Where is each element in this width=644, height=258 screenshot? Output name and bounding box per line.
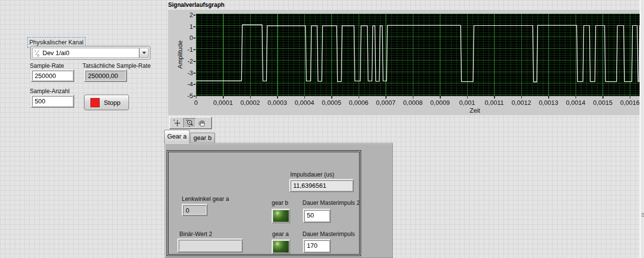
y-tick-mark bbox=[193, 84, 195, 85]
x-tick-mark bbox=[413, 96, 414, 99]
y-tick-label: 2 bbox=[176, 11, 193, 19]
gear-b-led-lamp bbox=[273, 210, 289, 222]
x-tick-mark bbox=[467, 96, 468, 99]
plot-area[interactable] bbox=[196, 14, 640, 96]
x-tick-mark bbox=[250, 96, 251, 99]
gear-b-led-label: gear b bbox=[272, 199, 288, 206]
x-tick-mark bbox=[440, 96, 441, 99]
y-tick-label: -5 bbox=[176, 92, 193, 99]
physical-channel-value: Dev 1/ai0 bbox=[41, 49, 69, 57]
waveform-graph: Amplitude 210-1-2-3-4-5 00,00010,00020,0… bbox=[168, 10, 640, 115]
tab-gear-a[interactable]: Gear a bbox=[164, 130, 190, 143]
gear-a-led-label: gear a bbox=[272, 231, 289, 238]
hand-icon bbox=[198, 119, 206, 127]
cursor-tool-button[interactable] bbox=[171, 118, 183, 128]
y-tick-mark bbox=[193, 49, 195, 50]
magnifier-icon bbox=[186, 119, 193, 127]
x-tick-mark bbox=[304, 96, 305, 99]
signal-trace bbox=[196, 14, 640, 96]
x-tick-mark bbox=[277, 96, 278, 99]
actual-sample-rate-value: 250000,00 bbox=[86, 71, 126, 80]
x-tick-label: 0,0012 bbox=[507, 99, 536, 106]
x-tick-mark bbox=[494, 96, 495, 99]
impulsdauer-indicator: 11,6396561 bbox=[289, 179, 354, 192]
physical-channel-combobox[interactable]: I 0 Dev 1/ai0 bbox=[30, 46, 150, 60]
lenkwinkel-label: Lenkwinkel gear a bbox=[182, 196, 229, 202]
splitter-grip[interactable] bbox=[642, 213, 644, 214]
zoom-tool-button[interactable] bbox=[183, 118, 196, 128]
sample-count-input[interactable]: 500 bbox=[31, 95, 74, 108]
labview-front-panel: { "left_panel": { "physical_channel": {"… bbox=[0, 0, 644, 258]
x-tick-label: 0,0003 bbox=[263, 99, 292, 106]
y-tick-label: 1 bbox=[176, 23, 193, 30]
stop-button-label: Stopp bbox=[100, 99, 125, 106]
gear-b-led bbox=[272, 209, 290, 223]
x-tick-mark bbox=[548, 96, 549, 99]
y-tick-label: -4 bbox=[176, 80, 193, 88]
svg-text:I: I bbox=[35, 49, 36, 53]
binaer-wert-indicator bbox=[177, 238, 243, 253]
tab-gear-b[interactable]: gear b bbox=[190, 133, 215, 143]
gear-a-led bbox=[272, 239, 290, 254]
lenkwinkel-indicator: 0 bbox=[182, 204, 208, 216]
sample-rate-label: Sample-Rate bbox=[30, 62, 64, 69]
sample-count-value[interactable]: 500 bbox=[32, 96, 73, 106]
pan-tool-button[interactable] bbox=[196, 118, 209, 128]
stop-button[interactable]: Stopp bbox=[84, 95, 129, 110]
splitter-grip[interactable] bbox=[642, 215, 644, 215]
dauer-masterimpuls-2-value[interactable]: 50 bbox=[304, 210, 329, 221]
y-tick-label: -3 bbox=[176, 69, 193, 77]
sample-rate-value[interactable]: 250000 bbox=[32, 71, 73, 80]
sample-rate-input[interactable]: 250000 bbox=[31, 69, 74, 82]
splitter-grip[interactable] bbox=[642, 216, 644, 217]
physical-channel-field[interactable]: I 0 Dev 1/ai0 bbox=[32, 48, 139, 58]
svg-text:0: 0 bbox=[37, 53, 39, 58]
x-tick-mark bbox=[223, 96, 224, 99]
physical-channel-dropdown-button[interactable] bbox=[139, 48, 149, 58]
dauer-masterimpuls-2-input[interactable]: 50 bbox=[303, 209, 331, 223]
sample-count-label: Sample-Anzahl bbox=[30, 88, 69, 95]
io-icon: I 0 bbox=[34, 48, 41, 58]
impulsdauer-value: 11,6396561 bbox=[291, 180, 352, 191]
actual-sample-rate-label: Tatsächliche Sample-Rate bbox=[83, 62, 150, 69]
x-tick-mark bbox=[521, 96, 522, 99]
x-tick-mark bbox=[331, 96, 332, 99]
x-tick-mark bbox=[602, 96, 603, 99]
dauer-masterimpuls-label: Dauer Masterimpuls bbox=[302, 231, 355, 238]
chevron-down-icon bbox=[142, 52, 146, 54]
dauer-masterimpuls-input[interactable]: 170 bbox=[303, 239, 331, 253]
binaer-wert-value bbox=[179, 240, 241, 251]
y-tick-label: -2 bbox=[176, 58, 193, 65]
x-tick-label: 0,001 bbox=[452, 99, 482, 106]
physical-channel-label: Physikalischer Kanal bbox=[29, 39, 84, 46]
x-tick-mark bbox=[630, 96, 631, 99]
dauer-masterimpuls-value[interactable]: 170 bbox=[304, 240, 329, 252]
x-tick-mark bbox=[386, 96, 386, 99]
y-tick-label: -1 bbox=[176, 46, 193, 53]
x-tick-label: 0,0006 bbox=[344, 99, 373, 106]
y-tick-mark bbox=[193, 73, 195, 74]
gear-a-led-lamp bbox=[273, 241, 289, 253]
graph-title: Signalverlaufsgraph bbox=[168, 1, 224, 8]
y-tick-mark bbox=[193, 26, 195, 27]
impulsdauer-label: Impulsdauer (us) bbox=[290, 171, 334, 178]
crosshair-icon bbox=[173, 119, 181, 127]
x-tick-label: 0,0001 bbox=[209, 99, 238, 106]
lenkwinkel-value: 0 bbox=[183, 205, 206, 215]
binaer-wert-label: Binär-Wert 2 bbox=[179, 231, 212, 238]
x-tick-label: 0,0011 bbox=[480, 99, 509, 106]
x-tick-label: 0,0007 bbox=[371, 99, 401, 106]
y-tick-label: 0 bbox=[176, 34, 193, 41]
window-edge-strip bbox=[640, 0, 644, 258]
y-tick-mark bbox=[193, 38, 195, 39]
x-tick-label: 0 bbox=[181, 99, 211, 106]
x-axis-label: Zeit bbox=[470, 107, 480, 114]
stop-square-icon bbox=[90, 98, 100, 107]
dauer-masterimpuls-2-label: Dauer Masterimpuls 2 bbox=[302, 199, 360, 206]
x-tick-label: 0,0015 bbox=[588, 99, 618, 106]
x-tick-mark bbox=[359, 96, 360, 99]
x-tick-mark bbox=[576, 96, 577, 99]
y-tick-mark bbox=[193, 96, 195, 97]
x-tick-label: 0,0005 bbox=[317, 99, 346, 106]
x-tick-label: 0,0008 bbox=[398, 99, 428, 106]
